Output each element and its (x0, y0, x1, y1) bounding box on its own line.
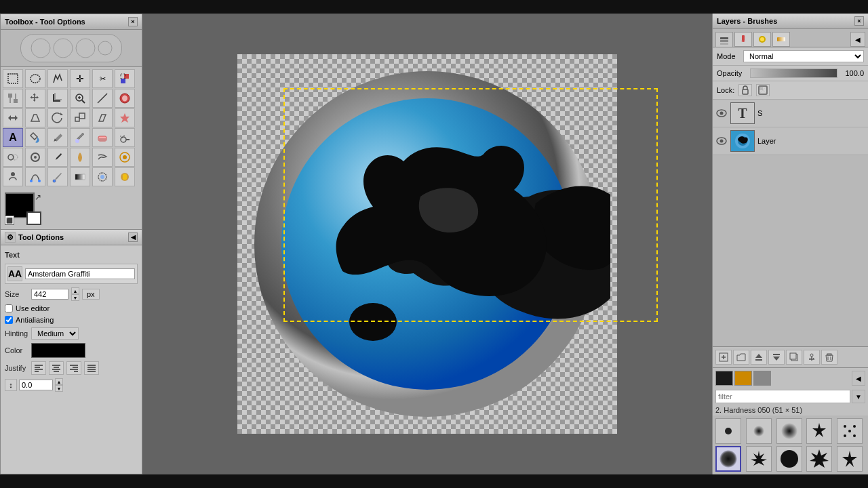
text-tool[interactable]: A (3, 128, 23, 147)
measure-tool[interactable] (92, 89, 113, 108)
pencil-tool[interactable] (47, 128, 68, 147)
brush-item-9[interactable] (806, 446, 832, 472)
heal-tool[interactable] (115, 108, 135, 127)
new-group-button[interactable] (733, 350, 749, 365)
brush-filter-toggle[interactable]: ▼ (852, 390, 865, 403)
size-input[interactable] (31, 289, 68, 300)
opacity-slider[interactable] (750, 68, 837, 78)
move-tool[interactable] (25, 89, 45, 108)
tab-gradients[interactable] (772, 32, 790, 47)
tab-brushes[interactable] (734, 32, 752, 47)
use-editor-checkbox[interactable] (5, 304, 13, 312)
scissors-tool[interactable]: ✂ (92, 69, 113, 88)
canvas-area[interactable] (142, 14, 712, 474)
offset-input[interactable] (19, 380, 53, 390)
offset-down[interactable]: ▼ (55, 385, 63, 392)
clone-tool[interactable] (3, 148, 23, 167)
bucket-fill-tool[interactable] (25, 128, 45, 147)
raise-layer-button[interactable] (751, 350, 767, 365)
scale-tool[interactable] (70, 108, 90, 127)
brush-item-7[interactable] (746, 446, 772, 472)
toolbox-close-button[interactable]: × (128, 17, 138, 26)
convolve-tool[interactable] (25, 148, 45, 167)
brush-swatch-dark[interactable] (715, 371, 733, 386)
brush-item-3[interactable] (776, 418, 802, 444)
delete-layer-button[interactable] (821, 350, 837, 365)
lock-alpha-btn[interactable] (756, 84, 770, 96)
size-unit[interactable]: px (82, 289, 100, 300)
brush-filter-input[interactable] (715, 390, 850, 403)
tab-layers[interactable] (715, 32, 733, 47)
rect-select-tool[interactable] (3, 69, 23, 88)
anchor-layer-button[interactable] (804, 350, 820, 365)
justify-fill-btn[interactable] (84, 361, 99, 375)
brush-item-2[interactable] (746, 418, 772, 444)
swap-colors-icon[interactable]: ↗ (35, 192, 41, 202)
offset-up[interactable]: ▲ (55, 378, 63, 385)
svg-point-24 (75, 139, 79, 143)
fuzzy-select-tool[interactable]: ✛ (70, 69, 90, 88)
gradient-tool[interactable] (70, 167, 90, 186)
panel-tab-arrow[interactable]: ◀ (850, 32, 865, 47)
paintbrush-tool[interactable] (70, 128, 90, 147)
lower-layer-button[interactable] (768, 350, 785, 365)
zoom-tool[interactable] (70, 89, 90, 108)
brush-item-6[interactable] (715, 446, 741, 472)
tool-options-collapse[interactable]: ◀ (128, 232, 138, 242)
hinting-select[interactable]: None Slight Medium Full (31, 327, 79, 340)
ellipse-select-tool[interactable] (25, 69, 45, 88)
mode-select[interactable]: Normal Dissolve Multiply Screen Overlay (743, 50, 864, 62)
paths-tool[interactable] (25, 167, 45, 186)
brush-item-10[interactable] (837, 446, 863, 472)
brush-panel-arrow[interactable]: ◀ (852, 371, 865, 386)
erase-tool[interactable] (92, 128, 113, 147)
antialiasing-checkbox[interactable] (5, 316, 13, 324)
gimp-logo-tool[interactable] (115, 89, 135, 108)
font-icon[interactable]: AA (7, 266, 22, 281)
size-down[interactable]: ▼ (71, 294, 79, 301)
airbrush-tool[interactable] (115, 128, 135, 147)
reset-colors-icon[interactable]: ⬛ (5, 216, 14, 225)
duplicate-layer-button[interactable] (786, 350, 802, 365)
brush-grid (713, 415, 868, 474)
foreground-select-tool[interactable] (92, 167, 113, 186)
color-select-tool[interactable] (115, 69, 135, 88)
cage-transform-tool[interactable] (115, 167, 135, 186)
justify-right-btn[interactable] (66, 361, 81, 375)
size-up[interactable]: ▲ (71, 287, 79, 294)
brush-swatch-gray[interactable] (753, 371, 771, 386)
tools-grid: ✛ ✂ (1, 67, 142, 188)
perspective-tool[interactable] (25, 108, 45, 127)
layers-panel-close[interactable]: × (854, 16, 864, 26)
font-name-input[interactable]: Amsterdam Graffiti (25, 268, 135, 279)
flip-tool[interactable] (3, 108, 23, 127)
brush-item-8[interactable] (776, 446, 802, 472)
layer-item-main[interactable]: Layer (713, 127, 868, 155)
crop-tool[interactable] (47, 89, 68, 108)
layer-visibility-main[interactable] (715, 135, 728, 147)
tab-patterns[interactable] (753, 32, 771, 47)
dodge-burn-tool[interactable] (70, 148, 90, 167)
layer-item-text[interactable]: T S (713, 100, 868, 127)
text-color-swatch[interactable] (31, 343, 85, 358)
lock-pixels-btn[interactable] (738, 84, 752, 96)
brush-item-5[interactable] (837, 418, 863, 444)
svg-marker-111 (842, 451, 857, 467)
justify-left-btn[interactable] (31, 361, 46, 375)
free-select-tool[interactable] (47, 69, 68, 88)
brush-item-4[interactable] (806, 418, 832, 444)
justify-center-btn[interactable] (49, 361, 64, 375)
layer-visibility-text[interactable] (715, 107, 728, 119)
new-layer-button[interactable] (715, 350, 732, 365)
background-color[interactable] (26, 211, 41, 225)
color-picker-tool[interactable] (47, 167, 68, 186)
warp-transform-tool[interactable] (115, 148, 135, 167)
align-tool[interactable] (3, 89, 23, 108)
shear-tool[interactable] (92, 108, 113, 127)
rotate-tool[interactable] (47, 108, 68, 127)
smudge-tool[interactable] (92, 148, 113, 167)
ink-tool[interactable] (47, 148, 68, 167)
brush-swatch-orange[interactable] (734, 371, 752, 386)
person-tool[interactable] (3, 167, 23, 186)
brush-item-1[interactable] (715, 418, 741, 444)
